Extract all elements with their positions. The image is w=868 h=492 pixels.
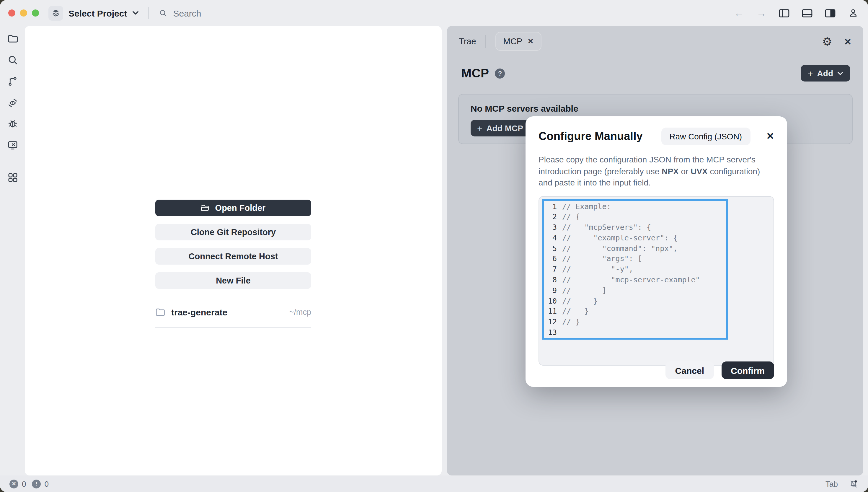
line-number: 7 [544, 264, 557, 275]
raw-config-label: Raw Config (JSON) [669, 132, 742, 141]
new-file-button[interactable]: New File [155, 272, 311, 289]
plus-icon: + [477, 124, 482, 132]
grid-icon [6, 171, 19, 183]
modal-header: Configure Manually Raw Config (JSON) ✕ [538, 128, 774, 145]
code-line: 12// } [544, 317, 726, 327]
line-text: // "mcp-server-example" [562, 275, 700, 285]
toggle-bottom-panel-icon[interactable] [802, 8, 813, 18]
sidebar-item-debug[interactable] [2, 113, 23, 134]
zoom-window-button[interactable] [32, 9, 39, 17]
project-selector[interactable]: Select Project [48, 6, 139, 20]
code-line: 5// "command": "npx", [544, 243, 726, 254]
mcp-header: MCP ? + Add [447, 57, 863, 81]
line-text: // { [562, 212, 580, 222]
config-input-field[interactable]: 1// Example: 2// { 3// "mcpServers": { 4… [538, 196, 774, 365]
open-folder-button[interactable]: Open Folder [155, 200, 311, 216]
line-text: // } [562, 306, 589, 317]
page-title: MCP [461, 66, 489, 80]
tab-divider [486, 35, 486, 48]
tab-mcp[interactable]: MCP ✕ [496, 32, 541, 51]
description-text: or [679, 166, 691, 176]
line-number: 13 [544, 327, 557, 338]
line-text: // Example: [562, 201, 611, 212]
code-line: 6// "args": [ [544, 254, 726, 264]
line-number: 3 [544, 222, 557, 233]
search-label: Search [173, 8, 201, 18]
sidebar-item-source-control[interactable] [2, 70, 23, 92]
cancel-label: Cancel [675, 365, 704, 375]
add-mcp-server-button[interactable]: + Add MCP S [470, 120, 533, 137]
code-line: 4// "example-server": { [544, 233, 726, 243]
code-line: 3// "mcpServers": { [544, 222, 726, 233]
confirm-button[interactable]: Confirm [721, 362, 774, 379]
warnings-count: 0 [44, 479, 48, 488]
tab-trae[interactable]: Trae [459, 36, 476, 46]
back-icon[interactable]: ← [734, 8, 744, 18]
account-icon[interactable] [848, 8, 859, 18]
line-number: 8 [544, 275, 557, 285]
sidebar-item-terminal[interactable] [2, 134, 23, 155]
chevron-down-icon [132, 10, 139, 15]
line-number: 9 [544, 285, 557, 296]
code-line: 13 [544, 327, 726, 338]
terminal-icon [6, 139, 19, 151]
forward-icon[interactable]: → [757, 8, 766, 18]
line-text: // "example-server": { [562, 233, 678, 243]
line-text: // "-y", [562, 264, 633, 275]
cancel-button[interactable]: Cancel [666, 362, 714, 379]
add-mcp-label: Add [817, 69, 833, 78]
line-number: 6 [544, 254, 557, 264]
code-line: 11// } [544, 306, 726, 317]
add-mcp-button[interactable]: + Add [801, 65, 850, 81]
tab-mode-label[interactable]: Tab [825, 479, 838, 488]
gear-icon[interactable]: ⚙ [822, 36, 832, 47]
code-line: 2// { [544, 212, 726, 222]
sidebar-item-remote[interactable] [2, 92, 23, 113]
panel-controls: ⚙ ✕ [822, 36, 851, 47]
toggle-right-sidebar-icon[interactable] [825, 8, 836, 18]
recent-projects: trae-generate ~/mcp [155, 303, 311, 328]
activity-bar [0, 26, 25, 475]
close-modal-icon[interactable]: ✕ [766, 132, 774, 141]
clone-git-repository-button[interactable]: Clone Git Repository [155, 224, 311, 240]
code-line: 10// } [544, 296, 726, 306]
titlebar-controls: ← → [734, 8, 859, 18]
sidebar-item-explorer[interactable] [2, 28, 23, 49]
connect-remote-host-button[interactable]: Connect Remote Host [155, 248, 311, 265]
errors-icon[interactable]: ✕ [9, 479, 18, 488]
open-folder-icon [201, 204, 210, 212]
status-bar: ✕ 0 ! 0 Tab [0, 475, 868, 492]
sidebar-item-extensions[interactable] [2, 167, 23, 188]
close-tab-icon[interactable]: ✕ [528, 38, 534, 45]
recent-project-row[interactable]: trae-generate ~/mcp [155, 303, 311, 320]
raw-config-json-button[interactable]: Raw Config (JSON) [661, 128, 750, 145]
search-icon [6, 53, 19, 66]
folder-icon [155, 308, 165, 316]
global-search[interactable]: Search [158, 8, 201, 18]
sidebar-item-search[interactable] [2, 49, 23, 70]
minimize-window-button[interactable] [20, 9, 27, 17]
titlebar-divider [148, 7, 149, 19]
open-folder-label: Open Folder [215, 203, 266, 213]
welcome-actions: Open Folder Clone Git Repository Connect… [155, 200, 311, 289]
recent-project-path: ~/mcp [289, 308, 311, 316]
line-number: 5 [544, 243, 557, 254]
modal-title: Configure Manually [538, 130, 643, 143]
notifications-muted-icon[interactable] [848, 479, 859, 489]
close-panel-icon[interactable]: ✕ [844, 37, 851, 46]
help-icon[interactable]: ? [495, 68, 505, 78]
code-line: 8// "mcp-server-example" [544, 275, 726, 285]
bug-icon [6, 117, 19, 130]
remote-eye-icon [6, 96, 19, 108]
tab-mcp-label: MCP [503, 36, 522, 46]
line-number: 11 [544, 306, 557, 317]
panel-tab-bar: Trae MCP ✕ ⚙ ✕ [447, 26, 863, 57]
warnings-icon[interactable]: ! [32, 479, 41, 488]
add-mcp-server-label: Add MCP S [487, 123, 531, 133]
close-window-button[interactable] [8, 9, 15, 17]
toggle-left-sidebar-icon[interactable] [779, 8, 789, 18]
line-number: 12 [544, 317, 557, 327]
connect-remote-label: Connect Remote Host [189, 252, 278, 261]
json-code-editor[interactable]: 1// Example: 2// { 3// "mcpServers": { 4… [542, 199, 728, 339]
confirm-label: Confirm [731, 365, 765, 375]
